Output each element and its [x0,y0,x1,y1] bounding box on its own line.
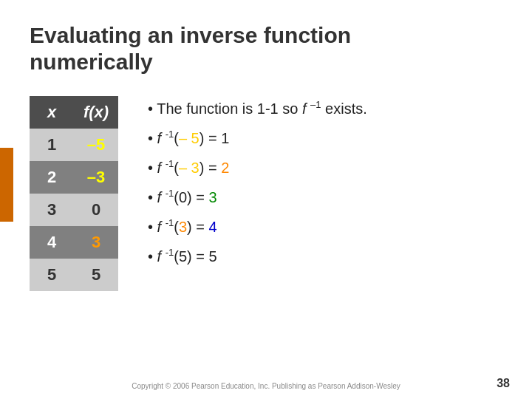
bullet-inv3: • f -1(0) = 3 [148,188,367,207]
cell-fx5: 5 [74,259,118,291]
page-number: 38 [497,377,510,390]
table-row: 4 3 [30,226,118,259]
cell-x3: 3 [30,194,74,226]
col-header-fx: f(x) [74,96,118,129]
cell-x1: 1 [30,129,74,161]
bullet-inv2: • f -1(– 3) = 2 [148,158,367,177]
table-row: 1 –5 [30,129,118,161]
bullet-inv4: • f -1(3) = 4 [148,217,367,236]
table-row: 3 0 [30,194,118,226]
bullets-area: • The function is 1-1 so f –1 exists. • … [148,96,367,266]
col-header-x: x [30,96,74,129]
accent-bar [0,148,13,222]
cell-fx1: –5 [74,129,118,161]
slide-title: Evaluating an inverse function numerical… [30,22,502,75]
bullet-inv5: • f -1(5) = 5 [148,247,367,266]
slide: Evaluating an inverse function numerical… [0,0,532,399]
function-table: x f(x) 1 –5 2 –3 3 0 4 3 [30,96,118,291]
table-row: 2 –3 [30,161,118,194]
table-row: 5 5 [30,259,118,291]
cell-fx4: 3 [74,226,118,259]
cell-fx3: 0 [74,194,118,226]
cell-x5: 5 [30,259,74,291]
footer-copyright: Copyright © 2006 Pearson Education, Inc.… [0,382,532,390]
bullet-intro: • The function is 1-1 so f –1 exists. [148,99,367,118]
title-line1: Evaluating an inverse function [30,23,351,47]
cell-fx2: –3 [74,161,118,194]
title-line2: numerically [30,50,153,74]
content-area: x f(x) 1 –5 2 –3 3 0 4 3 [30,96,502,291]
cell-x4: 4 [30,226,74,259]
bullet-inv1: • f -1(– 5) = 1 [148,129,367,148]
cell-x2: 2 [30,161,74,194]
